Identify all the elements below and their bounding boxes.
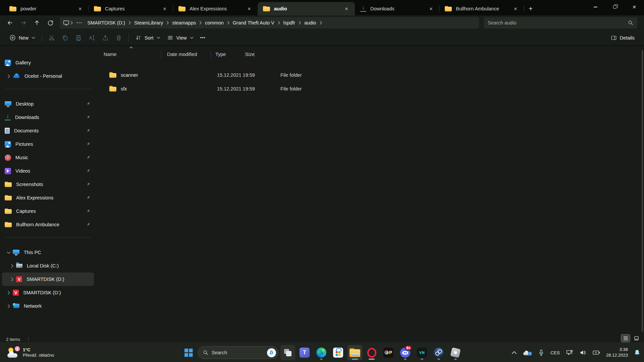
rename-button[interactable] (85, 32, 99, 44)
steam-button[interactable] (431, 345, 446, 360)
refresh-button[interactable] (44, 17, 57, 29)
column-header[interactable]: Date modified (161, 46, 211, 63)
sidebar-item[interactable]: Gallery (2, 56, 94, 69)
view-button[interactable]: View (164, 32, 197, 44)
folder-icon (263, 6, 270, 12)
back-button[interactable] (3, 17, 17, 29)
microphone-tray-button[interactable] (537, 348, 545, 357)
sfx-button[interactable]: sfx 15.12.2021 19:59 File folder (101, 82, 644, 96)
weather-widget[interactable]: 1 1°C Převáž. oblačno (5, 343, 57, 362)
volume-tray-button[interactable] (579, 349, 587, 357)
search-box[interactable] (484, 17, 637, 28)
close-button[interactable]: ✕ (625, 0, 644, 14)
tab-close-icon[interactable]: ✕ (76, 4, 85, 13)
maximize-button[interactable] (605, 0, 625, 14)
sort-button[interactable]: Sort (132, 32, 164, 44)
teams-button[interactable] (297, 345, 312, 360)
sidebar-item[interactable]: Screenshots (2, 178, 94, 191)
thispc-icon (13, 249, 19, 255)
forward-button[interactable] (17, 17, 30, 29)
clock[interactable]: 3:38 28.12.2023 (605, 347, 629, 358)
scanner-button[interactable]: scanner 15.12.2021 19:59 File folder (101, 68, 644, 82)
sidebar-item[interactable]: Captures (2, 204, 94, 218)
breadcrumb-item[interactable]: Grand Theft Auto V (230, 19, 277, 26)
folder-icon (94, 6, 101, 12)
sidebar-item[interactable]: Network (2, 299, 94, 313)
paint-net-button[interactable] (381, 345, 396, 360)
share-button[interactable] (99, 32, 112, 44)
documents-icon (5, 128, 10, 134)
details-view-button[interactable] (621, 335, 630, 342)
column-header[interactable]: Type (211, 46, 245, 63)
start-button[interactable] (181, 345, 196, 360)
battery-tray-button[interactable] (592, 349, 601, 356)
breadcrumb-item[interactable]: SMARTDISK (D:) (85, 19, 128, 26)
tab-close-icon[interactable]: ✕ (511, 4, 520, 13)
voicemod-button[interactable] (415, 345, 429, 360)
explorer-button[interactable] (347, 345, 362, 360)
breadcrumb-item[interactable]: steamapps (170, 19, 198, 26)
sidebar-item[interactable]: Videos (2, 164, 94, 178)
column-header[interactable]: Name (101, 46, 161, 63)
breadcrumb-item[interactable]: SteamLibrary (132, 19, 165, 26)
time: 3:38 (620, 347, 628, 353)
thumbnail-view-button[interactable] (632, 335, 641, 342)
column-header[interactable]: Size (245, 46, 255, 63)
edge-button[interactable] (314, 345, 329, 360)
language-indicator[interactable]: CES (549, 350, 561, 355)
details-pane-button[interactable]: Details (607, 32, 638, 44)
cut-button[interactable] (45, 32, 58, 44)
sidebar-item[interactable]: Downloads (2, 111, 94, 124)
up-button[interactable] (30, 17, 44, 29)
search-icon (203, 350, 208, 355)
tab[interactable]: audio ✕ (258, 2, 355, 15)
sidebar-item[interactable]: Desktop (2, 97, 94, 111)
sidebar-item[interactable]: This PC (2, 246, 94, 259)
address-bar[interactable]: ··· SMARTDISK (D:) SteamLibrary steamapp… (60, 17, 479, 28)
taskbar-search[interactable]: Search b (198, 346, 278, 359)
store-button[interactable] (331, 345, 345, 360)
cast-tray-button[interactable] (565, 349, 574, 357)
sidebar-item[interactable]: Music (2, 151, 94, 164)
new-button[interactable]: New (6, 32, 39, 44)
more-options-button[interactable]: ••• (197, 32, 209, 44)
opera-gx-button[interactable] (364, 345, 379, 360)
breadcrumb-item[interactable]: audio (302, 19, 318, 26)
tab-close-icon[interactable]: ✕ (160, 4, 169, 13)
sidebar-item[interactable]: Alex Expressions (2, 191, 94, 204)
hidden-icons-button[interactable] (511, 350, 518, 355)
breadcrumb-item[interactable]: lspdfr (281, 19, 298, 26)
sidebar-item[interactable]: Ocelot - Personal (2, 69, 94, 83)
tab[interactable]: Alex Expressions ✕ (173, 2, 258, 15)
sidebar-item[interactable]: Pictures (2, 137, 94, 151)
delete-button[interactable] (112, 32, 125, 44)
copy-button[interactable] (58, 32, 72, 44)
sidebar-item[interactable]: Bullhorn Ambulance (2, 218, 94, 231)
column-separator[interactable] (254, 51, 255, 58)
new-tab-button[interactable]: + (524, 2, 537, 15)
onedrive-tray-button[interactable]: i (522, 349, 533, 357)
roblox-button[interactable] (448, 345, 463, 360)
discord-button[interactable]: 9+ (398, 345, 413, 360)
sidebar-item[interactable]: Documents (2, 124, 94, 137)
tab-close-icon[interactable]: ✕ (245, 4, 254, 13)
chevron-right-icon (298, 21, 301, 25)
sidebar-item[interactable]: Local Disk (C:) (2, 259, 94, 273)
notifications-button[interactable] (633, 348, 641, 357)
tab[interactable]: powder ✕ (4, 2, 89, 15)
tab-close-icon[interactable]: ✕ (342, 4, 351, 13)
search-input[interactable] (488, 20, 628, 25)
tab[interactable]: Captures ✕ (89, 2, 173, 15)
breadcrumb-item[interactable]: common (203, 19, 226, 26)
breadcrumb-overflow-button[interactable]: ··· (74, 19, 85, 26)
folder-icon (178, 6, 185, 12)
sidebar-item[interactable]: SMARTDISK (D:) (2, 286, 94, 299)
minimize-button[interactable] (586, 0, 605, 14)
tab[interactable]: Downloads ✕ (355, 2, 439, 15)
tab-close-icon[interactable]: ✕ (427, 4, 435, 13)
sidebar-item[interactable]: SMARTDISK (D:) (2, 273, 94, 286)
task-view-button[interactable] (280, 345, 295, 360)
chevron-right-icon (227, 21, 230, 25)
tab[interactable]: Bullhorn Ambulance ✕ (439, 2, 524, 15)
paste-button[interactable] (72, 32, 85, 44)
